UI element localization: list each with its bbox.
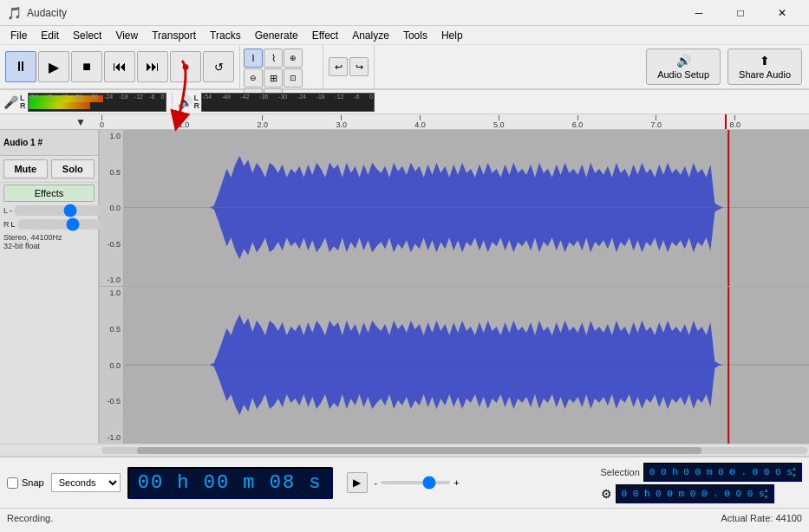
- close-button[interactable]: ✕: [762, 0, 802, 26]
- redo-button[interactable]: ↪: [349, 57, 369, 76]
- zoom-sel-tool[interactable]: ⊡: [284, 68, 303, 88]
- solo-button[interactable]: Solo: [51, 159, 95, 178]
- time-value: 00 h 00 m 08 s: [138, 472, 323, 494]
- y-axis-lower: 1.0 0.5 0.0 -0.5 -1.0: [100, 287, 124, 444]
- envelope-tool[interactable]: ⌇: [264, 49, 283, 68]
- app-title: Audacity: [27, 7, 679, 19]
- menu-tracks[interactable]: Tracks: [203, 28, 248, 43]
- vol-max-icon: +: [453, 477, 459, 488]
- menu-select[interactable]: Select: [66, 28, 108, 43]
- zoom-in-tool[interactable]: ⊕: [284, 49, 303, 68]
- waveform-svg-lower: [124, 287, 809, 444]
- playback-meter-icon[interactable]: 🔊: [178, 95, 192, 109]
- y-label-n0.5: -0.5: [100, 240, 123, 249]
- zoom-fit-tool[interactable]: ⊞: [264, 68, 283, 88]
- window-controls: ─ □ ✕: [679, 0, 802, 26]
- menu-edit[interactable]: Edit: [34, 28, 66, 43]
- scroll-track[interactable]: [101, 447, 807, 454]
- track-buttons: Mute Solo: [0, 156, 98, 183]
- minimize-button[interactable]: ─: [679, 0, 719, 26]
- y-lower-0.0: 0.0: [100, 361, 123, 370]
- record-meter: 🎤 LR -54-48-42-36-30-24-18-12-60: [3, 93, 166, 112]
- record-lr: LR: [20, 94, 26, 110]
- playback-mini-controls: ▶: [347, 472, 368, 493]
- audio-actions: 🔊 Audio Setup ⬆ Share Audio: [639, 45, 809, 88]
- selection-row-2: ⚙ 0 0 h 0 0 m 0 0 . 0 0 0 s ▲▼: [601, 484, 803, 503]
- record-meter-icon[interactable]: 🎤: [3, 95, 18, 109]
- track-controls: Audio 1 # Mute Solo Effects L - + R L R …: [0, 130, 100, 444]
- menu-help[interactable]: Help: [434, 28, 470, 43]
- effects-button[interactable]: Effects: [3, 185, 95, 202]
- horizontal-scrollbar[interactable]: [0, 444, 809, 456]
- snap-checkbox[interactable]: [7, 477, 18, 489]
- snap-label: Snap: [22, 477, 44, 488]
- track-title: Audio 1 #: [3, 138, 42, 147]
- menu-tools[interactable]: Tools: [396, 28, 434, 43]
- gain-row-l: L - +: [0, 204, 98, 217]
- share-audio-icon: ⬆: [760, 54, 770, 68]
- y-label-0.0: 0.0: [100, 204, 123, 212]
- gain-label-l: L: [3, 206, 8, 215]
- y-lower-0.5: 0.5: [100, 325, 123, 334]
- sel-config-icon[interactable]: ⚙: [601, 487, 612, 501]
- y-axis-upper: 1.0 0.5 0.0 -0.5 -1.0: [100, 130, 124, 286]
- waveform-svg-upper: [124, 130, 809, 286]
- menu-bar: File Edit Select View Transport Tracks G…: [0, 26, 809, 45]
- menu-transport[interactable]: Transport: [145, 28, 203, 43]
- selection-start-time: 0 0 h 0 0 m 0 0 . 0 0 0 s ▲▼: [643, 463, 802, 482]
- selection-area: Selection 0 0 h 0 0 m 0 0 . 0 0 0 s ▲▼ ⚙…: [601, 463, 803, 503]
- volume-slider[interactable]: [381, 481, 450, 484]
- gain-minus-l: -: [10, 206, 12, 215]
- waveform-lower: 1.0 0.5 0.0 -0.5 -1.0: [100, 287, 809, 444]
- actual-rate: Actual Rate: 44100: [721, 513, 802, 523]
- undo-button[interactable]: ↩: [329, 57, 348, 76]
- audio-setup-button[interactable]: 🔊 Audio Setup: [646, 49, 721, 85]
- share-audio-button[interactable]: ⬆ Share Audio: [727, 49, 802, 85]
- y-lower-n1.0: -1.0: [100, 433, 123, 442]
- gain-row-r: R L R: [0, 217, 98, 231]
- menu-view[interactable]: View: [108, 28, 145, 43]
- pause-button[interactable]: ⏸: [5, 51, 36, 82]
- track-bitdepth: 32-bit float: [3, 242, 95, 250]
- app-icon: 🎵: [7, 6, 22, 20]
- edit-tools: I ⌇ ⊕ ⊖ ⊞ ⊡ ✏ ✱: [240, 45, 323, 88]
- play-button[interactable]: ▶: [38, 51, 69, 82]
- track-info: Stereo, 44100Hz 32-bit float: [0, 231, 98, 252]
- selection-tool[interactable]: I: [244, 49, 263, 68]
- main-content: Audio 1 # Mute Solo Effects L - + R L R …: [0, 130, 809, 444]
- zoom-out-tool[interactable]: ⊖: [244, 68, 263, 88]
- skip-fwd-button[interactable]: ⏭: [137, 51, 168, 82]
- y-lower-1.0: 1.0: [100, 289, 123, 297]
- toolbar: ⏸ ▶ ■ ⏮ ⏭ ● ↺ I ⌇ ⊕ ⊖ ⊞ ⊡ ✏ ✱ ↩ ↪ 🔊 Audi…: [0, 45, 809, 90]
- maximize-button[interactable]: □: [721, 0, 760, 26]
- sel-start-value: 0 0 h 0 0 m 0 0 . 0 0 0 s: [649, 467, 793, 477]
- stop-button[interactable]: ■: [71, 51, 102, 82]
- selection-end-time: 0 0 h 0 0 m 0 0 . 0 0 0 s ▲▼: [616, 484, 774, 503]
- menu-analyze[interactable]: Analyze: [345, 28, 396, 43]
- waveform-area[interactable]: 1.0 0.5 0.0 -0.5 -1.0: [100, 130, 809, 444]
- mute-button[interactable]: Mute: [3, 159, 48, 178]
- loop-button[interactable]: ↺: [203, 51, 234, 82]
- playback-cursor-indicator: ▼: [75, 114, 86, 129]
- playback-controls: ⏸ ▶ ■ ⏮ ⏭ ● ↺: [0, 45, 240, 88]
- status-bar: Recording. Actual Rate: 44100: [0, 508, 809, 527]
- record-button[interactable]: ●: [170, 51, 201, 82]
- sel-end-arrows[interactable]: ▲▼: [765, 487, 768, 501]
- meter-divider: [172, 93, 173, 112]
- menu-effect[interactable]: Effect: [305, 28, 345, 43]
- playback-lr: LR: [194, 94, 200, 110]
- menu-file[interactable]: File: [3, 28, 34, 43]
- waveform-content-lower: [124, 287, 809, 444]
- snap-unit-select[interactable]: Seconds: [51, 473, 121, 492]
- play-mini-button[interactable]: ▶: [347, 472, 368, 493]
- y-lower-n0.5: -0.5: [100, 397, 123, 405]
- snap-area: Snap: [7, 477, 44, 489]
- timeline-ruler[interactable]: ▼ .rm { position:absolute; bottom:0; fon…: [0, 114, 809, 130]
- audio-setup-label: Audio Setup: [657, 69, 709, 80]
- scroll-thumb[interactable]: [137, 447, 701, 454]
- y-label-n1.0: -1.0: [100, 276, 123, 284]
- menu-generate[interactable]: Generate: [248, 28, 305, 43]
- skip-back-button[interactable]: ⏮: [104, 51, 135, 82]
- bottom-bar: Snap Seconds 00 h 00 m 08 s ▶ - + Select…: [0, 456, 809, 508]
- sel-start-arrows[interactable]: ▲▼: [793, 465, 796, 479]
